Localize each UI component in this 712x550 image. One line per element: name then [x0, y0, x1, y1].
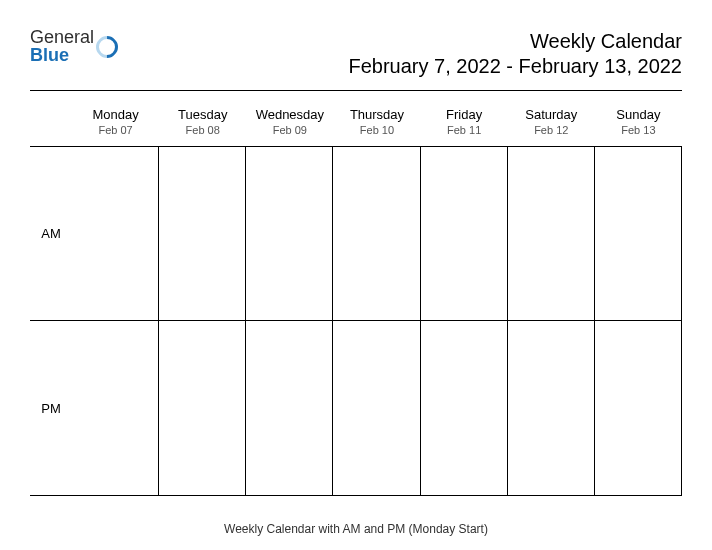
day-header-monday: Monday Feb 07 — [72, 101, 159, 146]
cell-pm-mon — [72, 321, 159, 496]
cell-pm-sun — [595, 321, 682, 496]
day-header-saturday: Saturday Feb 12 — [508, 101, 595, 146]
day-header-friday: Friday Feb 11 — [421, 101, 508, 146]
logo-line1: General — [30, 28, 94, 46]
logo-line2: Blue — [30, 46, 94, 64]
day-header-thursday: Thursday Feb 10 — [333, 101, 420, 146]
day-date: Feb 13 — [595, 124, 682, 136]
cell-am-thu — [333, 146, 420, 321]
day-header-wednesday: Wednesday Feb 09 — [246, 101, 333, 146]
day-date: Feb 08 — [159, 124, 246, 136]
day-header-sunday: Sunday Feb 13 — [595, 101, 682, 146]
header: General Blue Weekly Calendar February 7,… — [30, 28, 682, 91]
cell-am-tue — [159, 146, 246, 321]
day-name: Wednesday — [246, 107, 333, 122]
cell-am-fri — [421, 146, 508, 321]
day-date: Feb 07 — [72, 124, 159, 136]
calendar: Monday Feb 07 Tuesday Feb 08 Wednesday F… — [30, 101, 682, 496]
cell-am-sat — [508, 146, 595, 321]
day-header-tuesday: Tuesday Feb 08 — [159, 101, 246, 146]
cell-pm-thu — [333, 321, 420, 496]
day-name: Monday — [72, 107, 159, 122]
day-name: Friday — [421, 107, 508, 122]
cell-am-mon — [72, 146, 159, 321]
cell-pm-sat — [508, 321, 595, 496]
page-title: Weekly Calendar — [348, 30, 682, 53]
row-label-pm: PM — [30, 321, 72, 496]
title-block: Weekly Calendar February 7, 2022 - Febru… — [348, 28, 682, 78]
globe-icon — [91, 31, 122, 62]
row-label-am: AM — [30, 146, 72, 321]
day-date: Feb 10 — [333, 124, 420, 136]
cell-am-sun — [595, 146, 682, 321]
day-name: Tuesday — [159, 107, 246, 122]
row-am: AM — [30, 146, 682, 321]
day-name: Saturday — [508, 107, 595, 122]
footer-caption: Weekly Calendar with AM and PM (Monday S… — [30, 522, 682, 536]
day-name: Sunday — [595, 107, 682, 122]
logo: General Blue — [30, 28, 118, 64]
day-name: Thursday — [333, 107, 420, 122]
day-date: Feb 12 — [508, 124, 595, 136]
date-range: February 7, 2022 - February 13, 2022 — [348, 55, 682, 78]
day-date: Feb 09 — [246, 124, 333, 136]
cell-pm-tue — [159, 321, 246, 496]
row-label-spacer — [30, 101, 72, 146]
day-date: Feb 11 — [421, 124, 508, 136]
cell-pm-fri — [421, 321, 508, 496]
logo-text: General Blue — [30, 28, 94, 64]
cell-pm-wed — [246, 321, 333, 496]
day-header-row: Monday Feb 07 Tuesday Feb 08 Wednesday F… — [30, 101, 682, 146]
row-pm: PM — [30, 321, 682, 496]
cell-am-wed — [246, 146, 333, 321]
